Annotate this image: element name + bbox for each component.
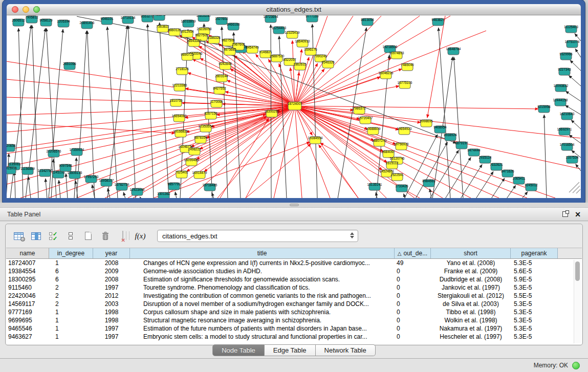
graph-edge xyxy=(46,179,47,198)
table-row[interactable]: 946362711997Embryonic stem cells: a mode… xyxy=(6,333,582,341)
graph-node-label: 19166825 xyxy=(173,129,188,133)
table-selector-dropdown[interactable]: citations_edges.txt xyxy=(157,230,358,242)
tab-edge-table[interactable]: Edge Table xyxy=(265,344,316,356)
network-graph-svg[interactable]: 2606512790581290581291205394208914069046… xyxy=(7,15,581,198)
table-row[interactable]: 1456911722003Disruption of a novel membe… xyxy=(6,300,582,308)
window-resize-grip[interactable] xyxy=(569,182,580,193)
graph-edge xyxy=(507,185,516,198)
graph-node-label: 16033809 xyxy=(181,19,196,23)
graph-node-label: 13505135 xyxy=(68,171,82,174)
graph-node-label: 9146821 xyxy=(259,50,272,54)
graph-node-label: 10719134 xyxy=(121,16,136,19)
graph-node-label: 1065411 xyxy=(513,177,526,180)
graph-node-label: 9546326 xyxy=(321,60,335,64)
splitter-handle-icon[interactable] xyxy=(290,204,299,206)
graph-node-label: 19654923 xyxy=(397,127,412,130)
graph-node-label: 7905812 xyxy=(25,15,38,19)
select-columns-button[interactable]: ✓ ✓ xyxy=(46,228,61,244)
graph-node-label: 1301362 xyxy=(157,192,170,195)
zoom-window-button[interactable] xyxy=(33,6,40,13)
column-header-short[interactable]: short xyxy=(431,248,511,258)
graph-node-label: 12093832 xyxy=(554,84,569,87)
graph-node-label: 17016504 xyxy=(560,143,575,146)
graph-node-label: 2606512 xyxy=(12,18,25,22)
table-row[interactable]: 911546021997Tourette syndrome. Phenomeno… xyxy=(6,283,582,292)
cell-short: Wolkin et al. (1998) xyxy=(431,316,511,324)
graph-node-label: 12325419 xyxy=(285,31,300,34)
table-rows: 1872400712008Changes of HCN gene express… xyxy=(6,259,582,341)
cell-short: Yano et al. (2008) xyxy=(431,259,511,267)
graph-edge xyxy=(295,31,486,106)
cell-name: 9463627 xyxy=(6,333,49,341)
graph-node-label: 16782759 xyxy=(115,183,129,186)
cell-title: Changes of HCN gene expression and I(f) … xyxy=(130,259,395,267)
cell-out-de-: 0 xyxy=(395,275,431,283)
cell-short: Franke et al. (2009) xyxy=(431,267,511,275)
graph-edge xyxy=(59,180,60,198)
tab-node-table[interactable]: Node Table xyxy=(212,344,265,356)
scrollbar-thumb[interactable] xyxy=(575,261,580,281)
graph-node-label: 7625402 xyxy=(175,170,188,174)
function-builder-button[interactable]: f(x) xyxy=(133,228,148,244)
column-header-pagerank[interactable]: pagerank xyxy=(511,248,558,258)
graph-edge xyxy=(14,172,15,198)
graph-node-label: 1733426 xyxy=(395,184,408,188)
table-mode-button[interactable] xyxy=(11,228,26,244)
graph-node-label: 8454749 xyxy=(246,46,259,49)
network-window-titlebar[interactable]: citations_edges.txt xyxy=(7,4,581,15)
column-header-year[interactable]: year xyxy=(93,248,130,258)
graph-node-label: 8186328 xyxy=(207,36,221,39)
graph-node-label: 7986372 xyxy=(353,106,366,110)
graph-node-label: 8878354 xyxy=(194,136,207,139)
graph-node-label: 1498222 xyxy=(188,147,201,151)
create-column-button[interactable] xyxy=(80,228,96,244)
vertical-scrollbar[interactable] xyxy=(574,260,581,343)
graph-node-label: 19218506 xyxy=(383,45,398,49)
graph-node-label: 19384554 xyxy=(308,136,323,140)
column-header-label: in_degree xyxy=(57,250,84,257)
cell-in-degree: 2 xyxy=(49,292,93,300)
gear-icon xyxy=(20,237,25,242)
column-header-title[interactable]: title xyxy=(130,248,395,258)
delete-column-button[interactable] xyxy=(98,228,113,244)
panel-splitter[interactable] xyxy=(0,203,588,207)
cell-title: Structural magnetic resonance image aver… xyxy=(130,316,395,324)
cell-year: 1997 xyxy=(93,324,130,333)
graph-node-label: 10653287 xyxy=(197,15,211,17)
graph-edge xyxy=(7,154,9,198)
column-header-out-de-[interactable]: △out_de... xyxy=(395,248,431,258)
table-row[interactable]: 2242004622012Investigating the contribut… xyxy=(6,292,582,300)
column-header-in-degree[interactable]: in_degree xyxy=(49,248,93,258)
graph-node-label: 17359924 xyxy=(70,148,84,151)
row-height-button[interactable] xyxy=(63,228,78,244)
float-panel-icon[interactable] xyxy=(562,211,568,217)
graph-node-label: 8522057 xyxy=(283,58,296,61)
close-panel-icon[interactable]: ✕ xyxy=(575,211,581,218)
table-row[interactable]: 977716911998Corpus callosum shape and si… xyxy=(6,308,582,316)
graph-edge xyxy=(123,192,125,198)
cell-in-degree: 2 xyxy=(49,300,93,308)
cell-short: Stergiakouli et al. (2012) xyxy=(431,292,511,300)
table-row[interactable]: 1938455462009Genome-wide association stu… xyxy=(6,267,582,275)
delete-table-button[interactable]: ✕ xyxy=(115,228,130,244)
table-row[interactable]: 1830029562008Estimation of significance … xyxy=(6,275,582,283)
memory-status-indicator[interactable] xyxy=(572,362,580,369)
table-row[interactable]: 969969511998Structural magnetic resonanc… xyxy=(6,316,582,324)
graph-node-label: 2620658 xyxy=(7,144,16,147)
show-columns-button[interactable] xyxy=(28,228,43,244)
graph-edge xyxy=(571,120,581,129)
column-header-name[interactable]: name xyxy=(6,248,49,258)
network-canvas[interactable]: 2606512790581290581291205394208914069046… xyxy=(7,15,581,198)
graph-node-label: 17957253 xyxy=(84,175,99,179)
graph-edge xyxy=(175,192,177,198)
table-row[interactable]: 1872400712008Changes of HCN gene express… xyxy=(6,259,582,267)
cytoscape-app: citations_edges.txt 26065127905812905812… xyxy=(0,0,588,372)
graph-node-label: 9046101 xyxy=(100,17,114,20)
graph-edge xyxy=(430,150,459,198)
tab-network-table[interactable]: Network Table xyxy=(316,344,376,356)
graph-edge xyxy=(575,49,581,57)
cell-title: Embryonic stem cells: a model to study s… xyxy=(130,333,395,341)
close-window-button[interactable] xyxy=(12,6,18,13)
table-row[interactable]: 946554611997Estimation of the future num… xyxy=(6,324,582,333)
minimize-window-button[interactable] xyxy=(23,6,29,13)
